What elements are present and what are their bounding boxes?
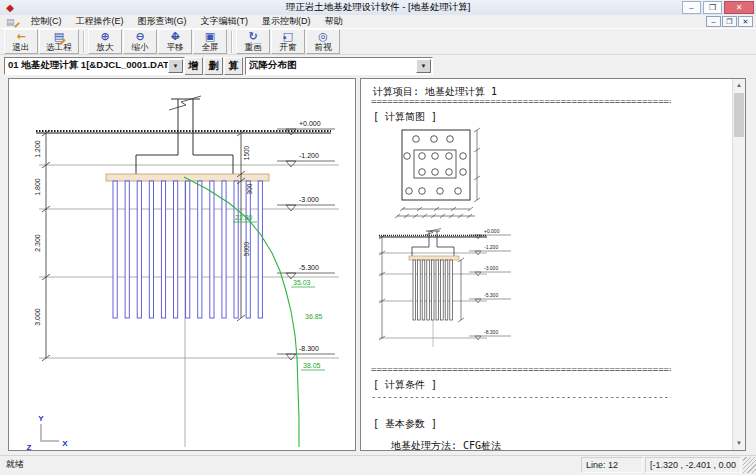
dim-label: 1500: [243, 145, 250, 160]
project-dropdown[interactable]: 01 地基处理计算 1[&DJCL_0001.DAT] ▼: [4, 57, 185, 75]
status-bar: 就绪 Line: 12 [-1.320 , -2.401 , 0.00: [0, 455, 756, 473]
separator: ----------------------------------------…: [371, 392, 671, 402]
mini-elevation-label: -8.300: [484, 329, 498, 335]
window-zoom-icon: □▪: [280, 31, 296, 43]
calculation-report: 计算项目: 地基处理计算 1 =========================…: [361, 79, 732, 450]
menu-display-control[interactable]: 显示控制(D): [255, 15, 318, 28]
separator: ========================================…: [371, 96, 671, 106]
mini-column-footing: [412, 229, 454, 257]
elevation-label: +0.000: [299, 120, 321, 127]
drawing-panel[interactable]: 1.200 1.800 2.300 3.000: [8, 78, 356, 451]
dim-label: 1.800: [34, 178, 41, 196]
maximize-button[interactable]: ❒: [703, 1, 722, 14]
section-sketch-heading: [ 计算简图 ]: [373, 110, 437, 124]
settlement-value: 22.80: [235, 214, 253, 221]
pile-plan-sketch: [389, 125, 529, 225]
redraw-button[interactable]: ↻ 重画: [236, 29, 270, 54]
section-conditions-heading: [ 计算条件 ]: [373, 378, 437, 392]
elevation-label: -1.200: [299, 152, 319, 159]
mini-elevation-markers: [469, 235, 511, 340]
report-panel[interactable]: 计算项目: 地基处理计算 1 =========================…: [360, 78, 746, 451]
pan-icon: ↔↕: [167, 31, 183, 43]
mini-right-dim: [458, 258, 464, 322]
mini-elevation-label: -3.000: [484, 265, 498, 271]
chevron-down-icon[interactable]: ▼: [168, 59, 183, 73]
scroll-up-icon[interactable]: ▲: [733, 79, 745, 92]
mini-elevation-label: -5.300: [484, 292, 498, 298]
scrollbar-thumb[interactable]: [734, 93, 744, 137]
mini-elevation-label: -1.200: [484, 244, 498, 250]
zoom-in-icon: ⊕: [97, 31, 113, 43]
zoom-out-icon: ⊖: [132, 31, 148, 43]
toolbar-separator: [83, 31, 85, 53]
calculate-button[interactable]: 算: [224, 57, 243, 75]
title-bar: ◆ 理正岩土地基处理设计软件 - [地基处理计算] – ❒ ✕: [0, 0, 756, 15]
dim-label: 3.000: [34, 308, 41, 326]
status-ready-text: 就绪: [2, 457, 579, 473]
svg-text:X: X: [62, 439, 68, 448]
previous-view-icon: ◎: [315, 31, 331, 43]
exit-button[interactable]: ← 退出: [4, 29, 38, 54]
dim-label: 2.300: [34, 234, 41, 252]
redraw-icon: ↻: [245, 31, 261, 43]
piles: [113, 181, 262, 318]
select-project-button[interactable]: ▤ 选工程: [39, 29, 79, 54]
menu-graphic-query[interactable]: 图形查询(G): [131, 15, 194, 28]
previous-view-button[interactable]: ◎ 前视: [306, 29, 340, 54]
toolbar: ← 退出 ▤ 选工程 ⊕ 放大 ⊖ 缩小 ↔↕ 平移 ▣ 全屏 ↻ 重画: [0, 28, 756, 55]
settlement-value: 38.05: [303, 362, 321, 369]
resize-grip[interactable]: [743, 457, 756, 473]
dim-label: 300: [246, 183, 253, 194]
plan-piles: [404, 136, 467, 195]
menu-tool-icon[interactable]: ▤: [6, 17, 20, 27]
settlement-value: 35.03: [293, 279, 311, 286]
zoom-out-button[interactable]: ⊖ 缩小: [123, 29, 157, 54]
add-calc-button[interactable]: 增: [184, 57, 203, 75]
foundation-elevation-drawing: 1.200 1.800 2.300 3.000: [9, 79, 355, 450]
section-params-heading: [ 基本参数 ]: [373, 417, 437, 431]
elevation-label: -3.000: [299, 196, 319, 203]
result-view-dropdown[interactable]: 沉降分布图 ▼: [245, 57, 433, 75]
mini-piles: [413, 260, 452, 320]
elevation-label: -5.300: [299, 264, 319, 271]
window-title: 理正岩土地基处理设计软件 - [地基处理计算]: [0, 1, 756, 14]
ground-line: [36, 131, 331, 133]
menu-text-edit[interactable]: 文字编辑(T): [194, 15, 256, 28]
menu-help[interactable]: 帮助: [318, 15, 350, 28]
selector-row: 01 地基处理计算 1[&DJCL_0001.DAT] ▼ 增 删 算 沉降分布…: [0, 55, 756, 76]
menu-bar: ▤ 控制(C) 工程操作(E) 图形查询(G) 文字编辑(T) 显示控制(D) …: [0, 15, 756, 28]
mdi-minimize-button[interactable]: –: [706, 16, 721, 27]
menu-control[interactable]: 控制(C): [24, 15, 69, 28]
close-button[interactable]: ✕: [724, 1, 754, 14]
foundation-elevation-sketch: +0.000 -1.200 -3.000 -5.300 -8.300: [369, 225, 607, 355]
chevron-down-icon[interactable]: ▼: [416, 59, 431, 73]
scroll-down-icon[interactable]: ▼: [733, 437, 745, 450]
main-area: 1.200 1.800 2.300 3.000: [0, 76, 756, 455]
treatment-method-line: 地基处理方法: CFG桩法: [391, 439, 501, 451]
minimize-button[interactable]: –: [682, 1, 701, 14]
delete-calc-button[interactable]: 删: [204, 57, 223, 75]
dim-label: 1.200: [34, 140, 41, 158]
zoom-in-button[interactable]: ⊕ 放大: [88, 29, 122, 54]
elevation-label: -8.300: [299, 345, 319, 352]
status-line-number: Line: 12: [581, 457, 643, 473]
pile-cap-cushion: [106, 174, 269, 181]
svg-text:Z: Z: [27, 443, 32, 450]
report-scrollbar[interactable]: ▲ ▼: [732, 79, 745, 450]
mini-elevation-label: +0.000: [484, 228, 500, 234]
settlement-value: 36.85: [305, 313, 323, 320]
mdi-close-button[interactable]: ✕: [738, 16, 753, 27]
axis-indicator-icon: Y Z X: [27, 414, 69, 450]
status-coordinates: [-1.320 , -2.401 , 0.00: [645, 457, 741, 473]
menu-project-ops[interactable]: 工程操作(E): [69, 15, 131, 28]
column-and-footing: [136, 96, 233, 174]
fit-screen-button[interactable]: ▣ 全屏: [193, 29, 227, 54]
window-zoom-button[interactable]: □▪ 开窗: [271, 29, 305, 54]
application-window: ◆ 理正岩土地基处理设计软件 - [地基处理计算] – ❒ ✕ ▤ 控制(C) …: [0, 0, 756, 475]
separator: ========================================…: [371, 364, 671, 374]
toolbar-separator: [231, 31, 233, 53]
mini-left-chain: [379, 235, 385, 340]
fit-screen-icon: ▣: [202, 31, 218, 43]
mdi-restore-button[interactable]: ❒: [722, 16, 737, 27]
pan-button[interactable]: ↔↕ 平移: [158, 29, 192, 54]
